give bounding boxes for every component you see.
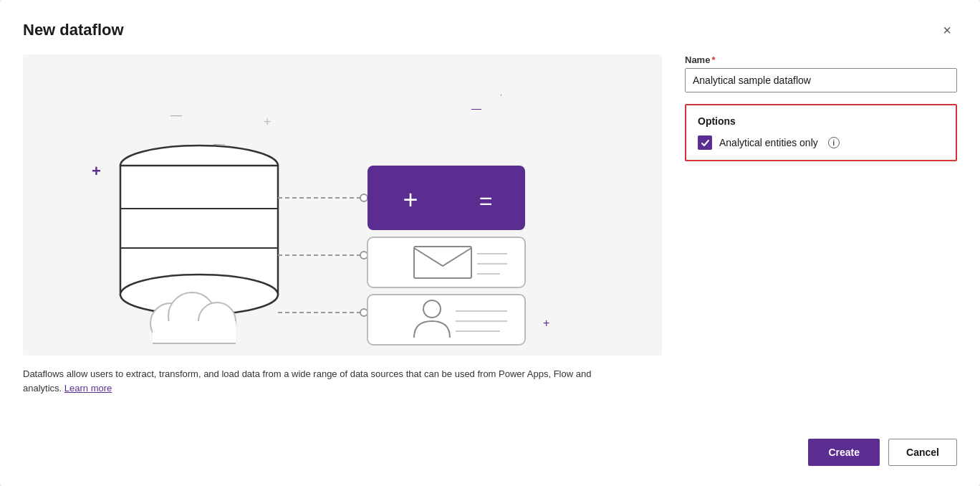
- description-area: Dataflows allow users to extract, transf…: [23, 367, 610, 395]
- dialog-footer: Create Cancel: [23, 439, 957, 466]
- close-button[interactable]: ×: [937, 20, 957, 40]
- options-title: Options: [698, 115, 944, 127]
- right-panel: Name* Options Analytical entities only i: [685, 54, 957, 421]
- required-star: *: [711, 54, 715, 65]
- svg-text:+: +: [264, 115, 272, 129]
- name-field-container: Name*: [685, 54, 957, 92]
- svg-rect-17: [153, 321, 236, 344]
- svg-text:·: ·: [500, 91, 502, 99]
- svg-rect-28: [368, 237, 525, 287]
- name-label: Name*: [685, 54, 957, 65]
- options-box: Options Analytical entities only i: [685, 104, 957, 161]
- new-dataflow-dialog: New dataflow × + + — — + + — ·: [0, 0, 980, 486]
- svg-text:—: —: [471, 103, 481, 114]
- svg-text:+: +: [92, 162, 101, 180]
- svg-text:+: +: [403, 185, 418, 214]
- svg-point-22: [360, 252, 368, 259]
- analytical-entities-checkbox[interactable]: [698, 135, 712, 150]
- svg-text:+: +: [543, 317, 549, 329]
- create-button[interactable]: Create: [808, 439, 880, 466]
- svg-point-24: [360, 309, 368, 316]
- learn-more-link[interactable]: Learn more: [64, 383, 112, 394]
- svg-rect-33: [368, 295, 525, 345]
- dialog-body: + + — — + + — ·: [23, 54, 957, 421]
- name-input[interactable]: [685, 68, 957, 92]
- checkbox-label: Analytical entities only: [719, 137, 818, 148]
- cancel-button[interactable]: Cancel: [888, 439, 957, 466]
- svg-point-20: [360, 194, 368, 201]
- svg-text:—: —: [170, 109, 182, 121]
- svg-text:=: =: [479, 188, 493, 214]
- dialog-title: New dataflow: [23, 21, 124, 39]
- svg-rect-25: [368, 166, 525, 230]
- checkbox-row: Analytical entities only i: [698, 135, 944, 150]
- illustration-area: + + — — + + — ·: [23, 54, 662, 356]
- dialog-header: New dataflow ×: [23, 20, 957, 40]
- info-icon[interactable]: i: [828, 137, 840, 148]
- left-panel: + + — — + + — ·: [23, 54, 662, 421]
